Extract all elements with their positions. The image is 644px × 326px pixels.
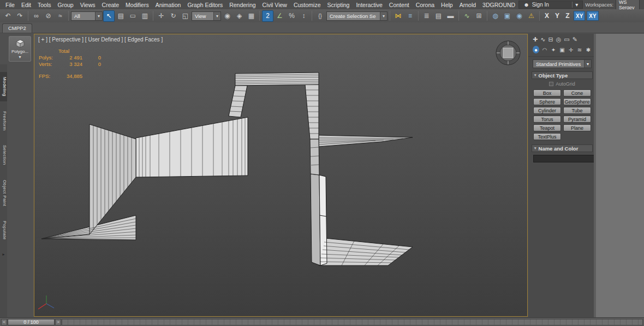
category-cameras-icon[interactable]: ▣ <box>559 46 565 53</box>
menu-corona[interactable]: Corona <box>413 2 438 8</box>
render-production-icon[interactable]: ◉ <box>514 10 525 22</box>
keyboard-override-icon[interactable]: ▦ <box>246 10 257 22</box>
rectangular-region-icon[interactable]: ▭ <box>127 10 139 22</box>
menu-scripting[interactable]: Scripting <box>324 2 353 8</box>
axis-xy-button[interactable]: XY <box>574 11 585 21</box>
snap-toggle-icon[interactable]: 2 <box>262 10 273 22</box>
select-object-icon[interactable]: ↖ <box>103 10 115 22</box>
menu-help[interactable]: Help <box>438 2 456 8</box>
object-type-rollout[interactable]: ▾ Object Type <box>532 71 593 79</box>
bind-spacewarp-icon[interactable]: ≈ <box>55 10 66 22</box>
tab-cmpp2[interactable]: CMPP2 <box>2 23 32 33</box>
category-geometry-icon[interactable]: ● <box>533 46 539 53</box>
tab-display-icon[interactable]: ▭ <box>564 36 569 43</box>
schematic-view-icon[interactable]: ⊞ <box>473 10 485 22</box>
textplus-button[interactable]: TextPlus <box>533 133 561 140</box>
tab-motion-icon[interactable]: ◎ <box>556 36 562 43</box>
menu-interactive[interactable]: Interactive <box>353 2 385 8</box>
select-scale-icon[interactable]: ◱ <box>180 10 191 22</box>
teapot-button[interactable]: Teapot <box>533 124 561 131</box>
menu-arnold[interactable]: Arnold <box>456 2 479 8</box>
layer-explorer-icon[interactable]: ≣ <box>421 10 432 22</box>
tab-selection[interactable]: Selection <box>0 140 7 170</box>
percent-snap-icon[interactable]: % <box>286 10 297 22</box>
select-manipulate-icon[interactable]: ◈ <box>234 10 245 22</box>
axis-z-button[interactable]: Z <box>563 11 572 21</box>
tab-modeling[interactable]: Modeling <box>0 72 7 101</box>
previous-frame-button[interactable]: < <box>1 319 7 325</box>
menu-edit[interactable]: Edit <box>18 2 34 8</box>
geosphere-button[interactable]: GeoSphere <box>563 98 591 105</box>
cylinder-button[interactable]: Cylinder <box>533 107 561 114</box>
tube-button[interactable]: Tube <box>563 107 591 114</box>
name-color-rollout[interactable]: ▾ Name and Color <box>532 144 593 152</box>
primitive-category-dropdown[interactable]: Standard Primitives ▾ <box>533 59 592 68</box>
align-icon[interactable]: ≡ <box>404 10 416 22</box>
tab-populate[interactable]: Populate <box>0 216 7 245</box>
warning-icon[interactable]: ⚠ <box>526 10 537 22</box>
menu-graph-editors[interactable]: Graph Editors <box>184 2 226 8</box>
reference-coordinate-dropdown[interactable]: View ▾ <box>192 11 221 21</box>
menu-views[interactable]: Views <box>77 2 99 8</box>
mirror-icon[interactable]: ⋈ <box>392 10 404 22</box>
time-slider-handle[interactable]: 0 / 100 <box>8 319 55 325</box>
selection-filter-dropdown[interactable]: All ▾ <box>71 11 103 21</box>
box-button[interactable]: Box <box>533 89 561 96</box>
render-setup-icon[interactable]: ◍ <box>490 10 501 22</box>
select-move-icon[interactable]: ✛ <box>156 10 167 22</box>
use-pivot-center-icon[interactable]: ◉ <box>222 10 233 22</box>
named-selection-dropdown[interactable]: Create Selection Se ▾ <box>326 11 387 21</box>
tab-freeform[interactable]: Freeform <box>0 106 7 136</box>
rendered-frame-icon[interactable]: ▣ <box>502 10 513 22</box>
menu-tools[interactable]: Tools <box>34 2 55 8</box>
object-name-input[interactable] <box>533 155 600 162</box>
sign-in-button[interactable]: ☻ Sign In ▾ <box>518 1 583 9</box>
sphere-button[interactable]: Sphere <box>533 98 561 105</box>
layer-list-icon[interactable]: ▤ <box>433 10 444 22</box>
menu-civil-view[interactable]: Civil View <box>259 2 290 8</box>
edit-named-selections-icon[interactable]: {} <box>314 10 326 22</box>
cone-button[interactable]: Cone <box>563 89 591 96</box>
undo-icon[interactable]: ↶ <box>2 10 14 22</box>
menu-group[interactable]: Group <box>55 2 77 8</box>
ribbon-expand-icon[interactable]: ▸ <box>2 252 4 257</box>
viewcube[interactable] <box>496 41 520 65</box>
toggle-ribbon-icon[interactable]: ▬ <box>445 10 456 22</box>
menu-content[interactable]: Content <box>386 2 413 8</box>
tab-object-paint[interactable]: Object Paint <box>0 175 7 211</box>
tab-hierarchy-icon[interactable]: ⊟ <box>548 36 553 43</box>
viewport-label[interactable]: [ + ] [ Perspective ] [ User Defined ] [… <box>38 37 163 43</box>
category-spacewarps-icon[interactable]: ≋ <box>576 46 583 53</box>
axis-plane-flyout-button[interactable]: XY <box>587 11 598 21</box>
spinner-snap-icon[interactable]: ↕ <box>298 10 309 22</box>
menu-file[interactable]: File <box>2 2 18 8</box>
menu-3dground[interactable]: 3DGROUND <box>479 2 518 8</box>
plane-button[interactable]: Plane <box>563 124 591 131</box>
perspective-viewport[interactable]: [ + ] [ Perspective ] [ User Defined ] [… <box>34 34 528 317</box>
axis-y-button[interactable]: Y <box>553 11 562 21</box>
category-shapes-icon[interactable]: ◠ <box>541 46 548 53</box>
track-bar[interactable] <box>62 319 643 325</box>
next-frame-button[interactable]: > <box>55 319 61 325</box>
menu-animation[interactable]: Animation <box>152 2 184 8</box>
autogrid-checkbox[interactable] <box>549 82 553 86</box>
category-systems-icon[interactable]: ✱ <box>585 46 592 53</box>
torus-button[interactable]: Torus <box>533 116 561 123</box>
category-helpers-icon[interactable]: ✛ <box>568 46 574 53</box>
menu-rendering[interactable]: Rendering <box>226 2 259 8</box>
tab-utilities-icon[interactable]: ✎ <box>573 36 577 43</box>
select-rotate-icon[interactable]: ↻ <box>168 10 179 22</box>
unlink-icon[interactable]: ⊘ <box>43 10 54 22</box>
axis-x-button[interactable]: X <box>542 11 551 21</box>
polygon-modeling-button[interactable]: Polygo... ▾ <box>9 36 31 62</box>
select-by-name-icon[interactable]: ▤ <box>115 10 127 22</box>
menu-create[interactable]: Create <box>99 2 123 8</box>
category-lights-icon[interactable]: ✦ <box>550 46 557 53</box>
select-link-icon[interactable]: ∞ <box>31 10 42 22</box>
pyramid-button[interactable]: Pyramid <box>563 116 591 123</box>
menu-customize[interactable]: Customize <box>290 2 324 8</box>
tab-create-icon[interactable]: ✚ <box>533 36 538 43</box>
window-crossing-icon[interactable]: ▥ <box>139 10 151 22</box>
tab-modify-icon[interactable]: ∿ <box>540 36 545 43</box>
redo-icon[interactable]: ↷ <box>14 10 26 22</box>
